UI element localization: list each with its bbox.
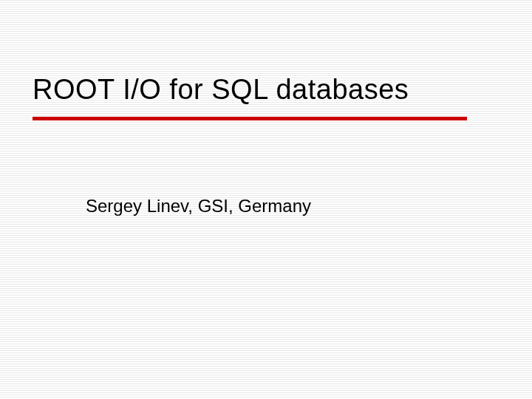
- title-underline: [33, 117, 467, 120]
- slide-container: ROOT I/O for SQL databases Sergey Linev,…: [0, 0, 532, 399]
- slide-title: ROOT I/O for SQL databases: [33, 74, 409, 106]
- slide-subtitle: Sergey Linev, GSI, Germany: [86, 196, 311, 216]
